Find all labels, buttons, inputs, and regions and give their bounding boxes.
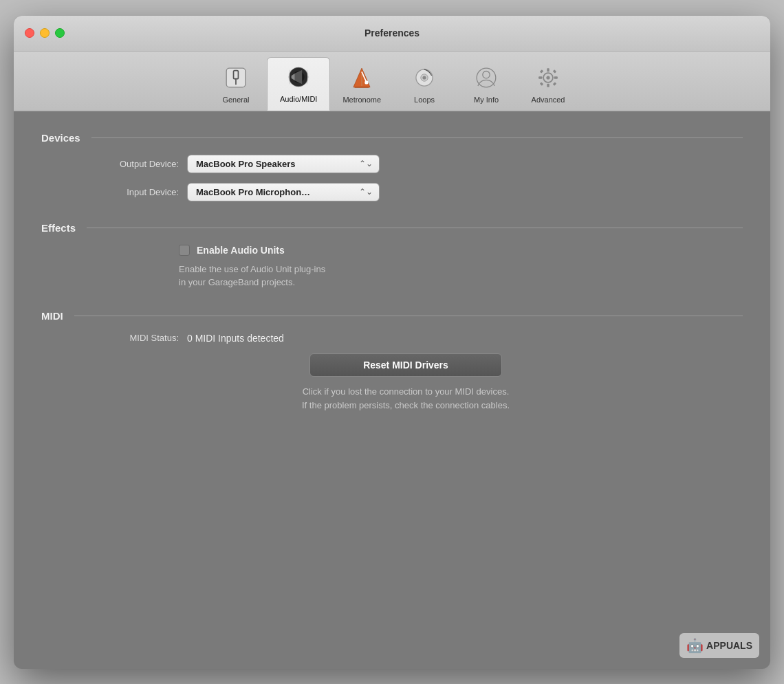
midi-status-row: MIDI Status: 0 MIDI Inputs detected [41,333,743,344]
midi-title: MIDI [41,310,63,322]
svg-point-16 [546,76,549,79]
watermark: 🤖 APPUALS [679,633,759,658]
midi-divider [74,316,743,316]
svg-rect-17 [547,68,549,71]
watermark-icon: 🤖 [686,637,704,654]
svg-rect-18 [547,83,549,87]
tab-advanced-label: Advanced [532,96,565,104]
midi-description-line2: If the problem persists, check the conne… [302,400,510,410]
tab-metronome[interactable]: Metronome [330,58,393,111]
effects-description-line1: Enable the use of Audio Unit plug-ins [179,264,325,274]
svg-rect-21 [540,69,543,73]
svg-rect-19 [538,76,542,78]
preferences-window: Preferences General [14,16,770,669]
devices-title: Devices [41,132,80,144]
watermark-text: APPUALS [706,640,752,651]
svg-rect-23 [540,82,543,85]
toolbar: General Audio [14,52,770,111]
tab-audio-midi-label: Audio/MIDI [280,95,317,103]
window-title: Preferences [364,27,420,38]
tab-audio-midi[interactable]: Audio/MIDI [267,57,330,111]
tab-my-info-label: My Info [474,96,499,104]
effects-header: Effects [41,222,743,234]
effects-divider [87,228,743,228]
effects-description: Enable the use of Audio Unit plug-ins in… [41,263,743,289]
svg-point-12 [422,76,426,79]
toolbar-tabs: General Audio [205,57,579,111]
audio-midi-icon [283,62,314,92]
devices-divider [91,137,743,138]
input-device-label: Input Device: [69,187,179,197]
title-bar: Preferences [14,16,770,52]
output-device-wrapper: MacBook Pro Speakers Built-in Output Hea… [187,155,380,173]
svg-point-7 [365,80,369,84]
loops-icon [409,63,439,93]
maximize-button[interactable] [55,28,65,38]
devices-section: Devices Output Device: MacBook Pro Speak… [41,132,743,201]
midi-status-value: 0 MIDI Inputs detected [187,333,284,344]
input-device-select[interactable]: MacBook Pro Microphon… Built-in Micropho… [187,183,380,201]
reset-midi-button[interactable]: Reset MIDI Drivers [309,353,502,377]
midi-section: MIDI MIDI Status: 0 MIDI Inputs detected… [41,310,743,414]
midi-header: MIDI [41,310,743,322]
tab-advanced[interactable]: Advanced [517,58,579,111]
output-device-label: Output Device: [69,159,179,169]
tab-general[interactable]: General [205,58,267,111]
tab-my-info[interactable]: My Info [455,58,517,111]
metronome-icon [347,63,377,93]
tab-loops[interactable]: Loops [393,58,455,111]
devices-header: Devices [41,132,743,144]
output-device-select[interactable]: MacBook Pro Speakers Built-in Output Hea… [187,155,380,173]
effects-title: Effects [41,222,76,234]
enable-audio-units-label: Enable Audio Units [197,245,285,256]
content-area: Devices Output Device: MacBook Pro Speak… [14,111,770,455]
my-info-icon [471,63,501,93]
input-device-row: Input Device: MacBook Pro Microphon… Bui… [41,183,743,201]
midi-description: Click if you lost the connection to your… [41,385,743,414]
enable-audio-units-checkbox[interactable] [179,245,190,256]
input-device-wrapper: MacBook Pro Microphon… Built-in Micropho… [187,183,380,201]
minimize-button[interactable] [40,28,50,38]
enable-audio-units-row: Enable Audio Units [41,245,743,256]
effects-section: Effects Enable Audio Units Enable the us… [41,222,743,289]
svg-rect-20 [554,76,558,78]
tab-general-label: General [222,96,249,104]
tab-loops-label: Loops [414,96,435,104]
midi-description-line1: Click if you lost the connection to your… [303,386,510,397]
reset-midi-row: Reset MIDI Drivers [41,353,743,377]
effects-description-line2: in your GarageBand projects. [179,277,295,287]
svg-rect-24 [553,82,556,85]
tab-metronome-label: Metronome [342,96,381,104]
close-button[interactable] [25,28,34,38]
general-icon [221,63,251,93]
traffic-lights [25,28,65,38]
svg-rect-22 [553,69,556,73]
midi-status-label: MIDI Status: [69,333,179,343]
svg-point-14 [483,71,490,78]
advanced-icon [533,63,563,93]
output-device-row: Output Device: MacBook Pro Speakers Buil… [41,155,743,173]
